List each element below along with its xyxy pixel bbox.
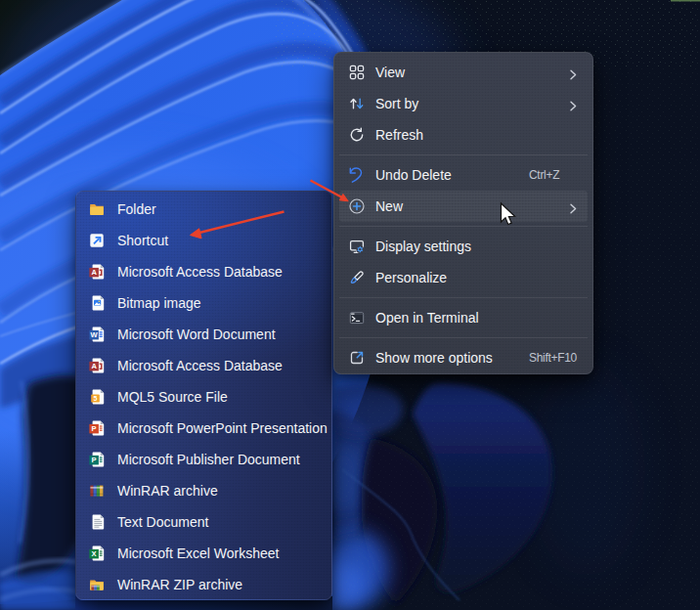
svg-text:A: A [91,268,97,277]
svg-text:5: 5 [94,395,98,402]
svg-text:P: P [92,456,97,464]
svg-text:W: W [91,330,99,339]
svg-text:X: X [92,549,97,558]
svg-text:A: A [91,362,97,370]
svg-text:P: P [92,424,97,433]
